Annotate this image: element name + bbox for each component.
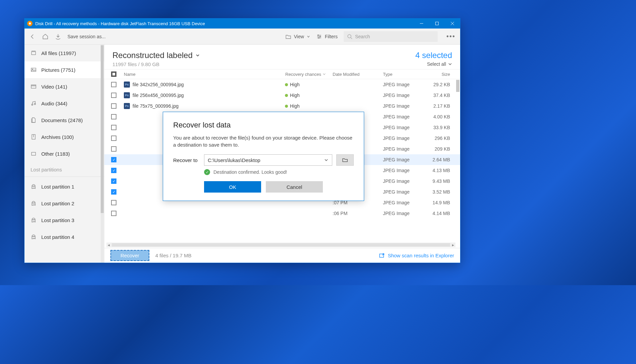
sidebar-item-pictures[interactable]: Pictures (7751) (25, 61, 104, 78)
cell-type: JPEG Image (380, 157, 423, 162)
main-heading[interactable]: Reconstructed labeled (112, 51, 200, 60)
cell-type: JPEG Image (380, 125, 423, 130)
sidebar-item-lost-2[interactable]: Lost partition 2 (25, 195, 104, 212)
picture-icon (31, 67, 37, 73)
row-checkbox[interactable] (111, 136, 116, 141)
ghost-icon (31, 184, 37, 190)
row-checkbox[interactable]: ✓ (111, 178, 116, 184)
row-checkbox[interactable]: ✓ (111, 157, 116, 162)
file-name: file 75x75_000996.jpg (133, 103, 179, 109)
table-row[interactable]: Psfile 75x75_000996.jpg High JPEG Image … (104, 101, 460, 111)
row-checkbox[interactable] (111, 125, 116, 130)
search-input[interactable]: Search (344, 31, 438, 42)
row-checkbox[interactable]: ✓ (111, 168, 116, 173)
col-size[interactable]: Size (423, 72, 460, 77)
cancel-button[interactable]: Cancel (266, 181, 323, 193)
sidebar-item-other[interactable]: Other (1183) (25, 145, 104, 162)
row-checkbox[interactable]: ✓ (111, 189, 116, 195)
show-in-explorer-link[interactable]: Show scan results in Explorer (379, 253, 454, 259)
archive-icon (31, 134, 37, 140)
chevron-down-icon (195, 53, 200, 58)
chance-dot (285, 105, 288, 108)
sidebar-item-lost-4[interactable]: Lost partition 4 (25, 228, 104, 245)
recover-button[interactable]: Recover (110, 250, 149, 261)
svg-point-10 (348, 35, 351, 38)
row-checkbox[interactable] (111, 211, 116, 216)
file-name: file 256x456_000995.jpg (133, 93, 184, 98)
save-session-button[interactable]: Save session as... (67, 34, 106, 39)
row-checkbox[interactable] (111, 82, 116, 87)
sidebar-item-lost-3[interactable]: Lost partition 3 (25, 212, 104, 228)
row-checkbox[interactable] (111, 114, 116, 119)
sidebar-item-audio[interactable]: Audio (344) (25, 95, 104, 112)
cell-type: JPEG Image (380, 178, 423, 184)
select-all-checkbox[interactable] (111, 71, 116, 77)
table-row[interactable]: :06 PM JPEG Image 4.14 MB (104, 208, 460, 219)
sidebar-item-lost-1[interactable]: Lost partition 1 (25, 178, 104, 195)
table-row[interactable]: Psfile 256x456_000995.jpg High JPEG Imag… (104, 90, 460, 101)
svg-point-26 (33, 186, 33, 187)
chevron-down-icon (323, 72, 326, 76)
ps-icon: Ps (124, 82, 130, 88)
download-icon[interactable] (55, 33, 61, 40)
ghost-icon (31, 234, 37, 240)
window-title: Disk Drill - All recovery methods - Hard… (35, 21, 414, 26)
cell-type: JPEG Image (380, 82, 423, 87)
col-chance[interactable]: Recovery chances (282, 72, 329, 77)
ghost-icon (31, 217, 37, 223)
sidebar-item-documents[interactable]: Documents (2478) (25, 112, 104, 128)
back-button[interactable] (29, 33, 36, 40)
sidebar-scrollbar[interactable] (101, 45, 104, 263)
document-icon (31, 117, 37, 123)
ghost-icon (31, 200, 37, 206)
rows-scrollbar[interactable] (456, 80, 459, 241)
chance-dot (285, 83, 288, 86)
destination-dropdown[interactable]: C:\Users\lukas\Desktop (204, 154, 332, 166)
cell-size: 33.9 KB (423, 125, 460, 130)
sidebar-scrollbar-thumb[interactable] (101, 45, 104, 213)
video-icon (31, 84, 37, 90)
rows-scrollbar-thumb[interactable] (456, 80, 459, 92)
browse-button[interactable] (336, 154, 354, 166)
cell-type: JPEG Image (380, 146, 423, 152)
maximize-button[interactable] (429, 18, 445, 29)
other-icon (31, 151, 37, 157)
row-checkbox[interactable] (111, 103, 116, 109)
filters-button[interactable]: Filters (316, 34, 338, 40)
chance-label: High (290, 82, 300, 87)
chance-label: High (290, 103, 300, 109)
cell-type: JPEG Image (380, 168, 423, 173)
main-header: Reconstructed labeled 11997 files / 9.80… (104, 45, 460, 69)
explorer-icon (379, 253, 385, 259)
col-type[interactable]: Type (380, 72, 423, 77)
sidebar-item-all-files[interactable]: All files (11997) (25, 45, 104, 61)
cell-size: 37.4 KB (423, 93, 460, 98)
table-row[interactable]: Psfile 342x256_000994.jpg High JPEG Imag… (104, 79, 460, 90)
select-all-button[interactable]: Select all (415, 61, 452, 67)
minimize-button[interactable] (414, 18, 429, 29)
row-checkbox[interactable] (111, 93, 116, 98)
svg-line-11 (351, 38, 352, 39)
ok-button[interactable]: OK (204, 181, 261, 193)
view-dropdown[interactable]: View (285, 34, 310, 40)
cell-type: JPEG Image (380, 103, 423, 109)
lost-partitions-heading: Lost partitions (25, 162, 104, 175)
close-button[interactable] (445, 18, 460, 29)
window-controls (414, 18, 460, 29)
sidebar-item-archives[interactable]: Archives (100) (25, 128, 104, 145)
col-name[interactable]: Name (121, 72, 282, 77)
home-button[interactable] (42, 33, 49, 40)
footer: Recover 4 files / 19.7 MB Show scan resu… (104, 248, 460, 263)
ps-icon: Ps (124, 103, 130, 109)
dialog-body: You are about to recover the file(s) fou… (173, 134, 354, 148)
sidebar-item-video[interactable]: Video (141) (25, 78, 104, 95)
row-checkbox[interactable] (111, 146, 116, 152)
col-date[interactable]: Date Modified (329, 72, 380, 77)
more-menu[interactable]: ••• (446, 33, 455, 40)
cell-type: JPEG Image (380, 200, 423, 205)
svg-point-33 (34, 236, 35, 237)
selected-count: 4 selected (415, 51, 452, 60)
horizontal-scrollbar[interactable]: ◄► (106, 243, 455, 247)
row-checkbox[interactable] (111, 200, 116, 205)
stack-icon (31, 50, 37, 56)
